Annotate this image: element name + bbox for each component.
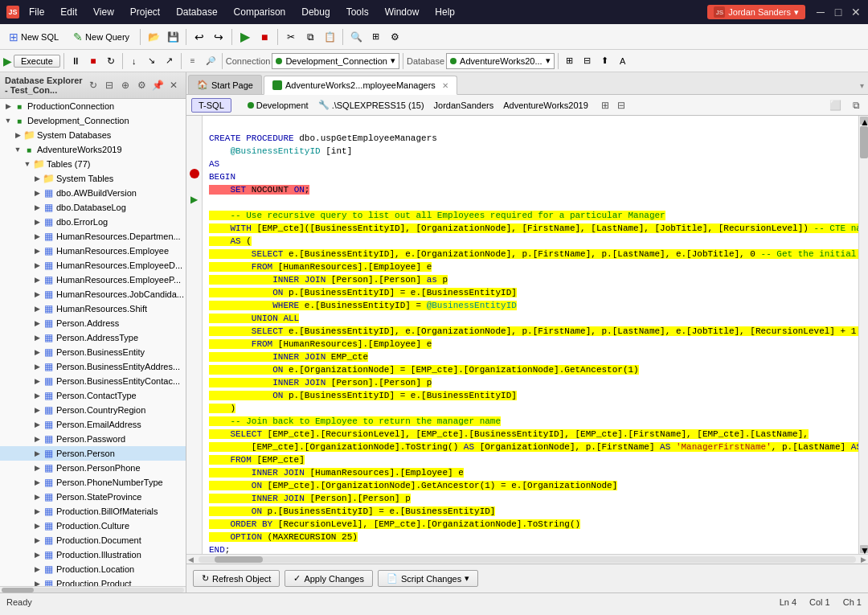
minimize-button[interactable]: ─ [815, 6, 826, 18]
toggle[interactable]: ▶ [32, 463, 42, 473]
tree-toggle-system-databases[interactable]: ▶ [13, 130, 23, 140]
copy-button[interactable]: ⧉ [302, 29, 318, 45]
tree-toggle-system-tables[interactable]: ▶ [32, 174, 42, 183]
toggle[interactable]: ▶ [32, 391, 42, 400]
toggle[interactable]: ▶ [32, 506, 42, 516]
toggle[interactable]: ▶ [32, 232, 42, 241]
toggle[interactable]: ▶ [32, 434, 42, 444]
toggle[interactable]: ▶ [32, 203, 42, 212]
expand-editor-button[interactable]: ⬜ [828, 98, 842, 113]
redo-button[interactable]: ↪ [211, 29, 227, 45]
tree-toggle-tables[interactable]: ▼ [23, 159, 32, 169]
list-item[interactable]: ▶ ▦ Person.BusinessEntityAddres... [0, 359, 186, 374]
scroll-up-button[interactable]: ▲ [860, 117, 868, 125]
format-button[interactable]: ⊞ [367, 29, 383, 45]
toggle[interactable]: ▶ [32, 521, 42, 531]
step-out-button[interactable]: ↗ [162, 53, 178, 69]
search-button[interactable]: 🔍 [348, 29, 364, 45]
list-item[interactable]: ▶ ▦ Person.ContactType [0, 388, 186, 403]
toggle[interactable]: ▶ [32, 449, 42, 458]
list-item[interactable]: ▶ ▦ Person.AddressType [0, 330, 186, 345]
toggle[interactable]: ▶ [32, 492, 42, 502]
format-sql-button[interactable]: ≡ [185, 53, 201, 69]
tree-toggle-production[interactable]: ▶ [3, 101, 13, 111]
horizontal-scrollbar[interactable]: ◀ ▶ [186, 554, 868, 564]
toggle[interactable]: ▶ [32, 405, 42, 415]
menu-window[interactable]: Window [382, 5, 423, 19]
hscroll-right-button[interactable]: ▶ [859, 556, 868, 564]
de-settings-button[interactable]: ⚙ [134, 78, 149, 92]
list-item[interactable]: ▶ ▦ Production.Culture [0, 519, 186, 533]
toggle[interactable]: ▶ [32, 260, 42, 270]
tree-item-person-person[interactable]: ▶ ▦ Person.Person [0, 446, 186, 461]
list-item[interactable]: ▶ ▦ Person.EmailAddress [0, 417, 186, 432]
toggle[interactable]: ▶ [32, 420, 42, 429]
toggle[interactable]: ▶ [32, 275, 42, 285]
menu-tools[interactable]: Tools [343, 5, 372, 19]
de-pin-button[interactable]: 📌 [150, 78, 165, 92]
list-item[interactable]: ▶ ▦ Person.Password [0, 432, 186, 446]
user-dropdown-icon[interactable]: ▾ [794, 7, 799, 18]
analyze-button[interactable]: 🔎 [203, 53, 219, 69]
tab-employee-managers[interactable]: AdventureWorks2...mployeeManagers ✕ [264, 76, 457, 95]
new-query-button[interactable]: ✎ New Query [68, 28, 135, 46]
tree-toggle-adventureworks[interactable]: ▼ [13, 145, 23, 154]
list-item[interactable]: ▶ ▦ HumanResources.Employee [0, 244, 186, 258]
close-button[interactable]: ✕ [850, 6, 862, 18]
tsql-mode-button[interactable]: T-SQL [191, 98, 231, 113]
toggle[interactable]: ▶ [32, 535, 42, 545]
list-item[interactable]: ▶ ▦ Person.CountryRegion [0, 403, 186, 417]
new-sql-button[interactable]: ⊞ New SQL [3, 28, 64, 46]
toggle[interactable]: ▶ [32, 362, 42, 371]
tree-item-production[interactable]: ▶ ■ ProductionConnection [0, 99, 186, 113]
toggle[interactable]: ▶ [32, 217, 42, 227]
results-button[interactable]: ⊞ [562, 53, 578, 69]
menu-project[interactable]: Project [127, 5, 163, 19]
code-editor[interactable]: CREATE PROCEDURE dbo.uspGetEmployeeManag… [203, 116, 858, 554]
toggle[interactable]: ▶ [32, 333, 42, 342]
connect-button[interactable]: ⊞ [598, 98, 612, 113]
pause-button[interactable]: ⏸ [68, 53, 84, 69]
maximize-button[interactable]: □ [833, 6, 844, 18]
hscroll-left-button[interactable]: ◀ [186, 556, 195, 564]
tree-item-adventureworks[interactable]: ▼ ■ AdventureWorks2019 [0, 142, 186, 157]
menu-database[interactable]: Database [173, 5, 220, 19]
menu-help[interactable]: Help [432, 5, 458, 19]
save-button[interactable]: 💾 [165, 29, 181, 45]
toggle[interactable]: ▶ [32, 188, 42, 198]
scroll-down-button[interactable]: ▼ [860, 545, 868, 553]
step-in-button[interactable]: ↘ [144, 53, 160, 69]
editor-options-button[interactable]: ⧉ [849, 98, 863, 113]
list-item[interactable]: ▶ ▦ Person.BusinessEntityContac... [0, 374, 186, 388]
toggle[interactable]: ▶ [32, 550, 42, 560]
refresh-object-button[interactable]: ↻ Refresh Object [193, 570, 280, 587]
toggle[interactable]: ▶ [32, 304, 42, 314]
tab-overflow-button[interactable]: ▾ [855, 76, 868, 94]
disconnect-button[interactable]: ⊟ [614, 98, 628, 113]
stop-button[interactable]: ■ [256, 29, 272, 45]
list-item[interactable]: ▶ ▦ dbo.DatabaseLog [0, 200, 186, 215]
menu-edit[interactable]: Edit [57, 5, 80, 19]
toggle[interactable]: ▶ [32, 347, 42, 357]
list-item[interactable]: ▶ ▦ Production.Product [0, 576, 186, 586]
scroll-thumb[interactable] [860, 126, 868, 158]
export-button[interactable]: ⬆ [597, 53, 613, 69]
list-item[interactable]: ▶ ▦ Production.BillOfMaterials [0, 504, 186, 519]
cut-button[interactable]: ✂ [283, 29, 299, 45]
tree-item-system-databases[interactable]: ▶ 📁 System Databases [0, 128, 186, 142]
toggle[interactable]: ▶ [32, 579, 42, 586]
tree-item-system-tables[interactable]: ▶ 📁 System Tables [0, 171, 186, 186]
list-item[interactable]: ▶ ▦ Production.Location [0, 562, 186, 576]
list-item[interactable]: ▶ ▦ HumanResources.EmployeeP... [0, 273, 186, 287]
de-filter-button[interactable]: ⊟ [102, 78, 117, 92]
list-item[interactable]: ▶ ▦ dbo.ErrorLog [0, 215, 186, 229]
hscroll-thumb[interactable] [215, 556, 263, 563]
stop-button-2[interactable]: ■ [85, 53, 101, 69]
menu-debug[interactable]: Debug [298, 5, 333, 19]
script-dropdown-icon[interactable]: ▾ [465, 573, 469, 584]
grid-button[interactable]: ⊟ [579, 53, 596, 69]
tree-item-tables[interactable]: ▼ 📁 Tables (77) [0, 157, 186, 171]
list-item[interactable]: ▶ ▦ HumanResources.Departmen... [0, 229, 186, 244]
undo-button[interactable]: ↩ [191, 29, 207, 45]
database-selector[interactable]: AdventureWorks20... ▾ [446, 53, 555, 69]
